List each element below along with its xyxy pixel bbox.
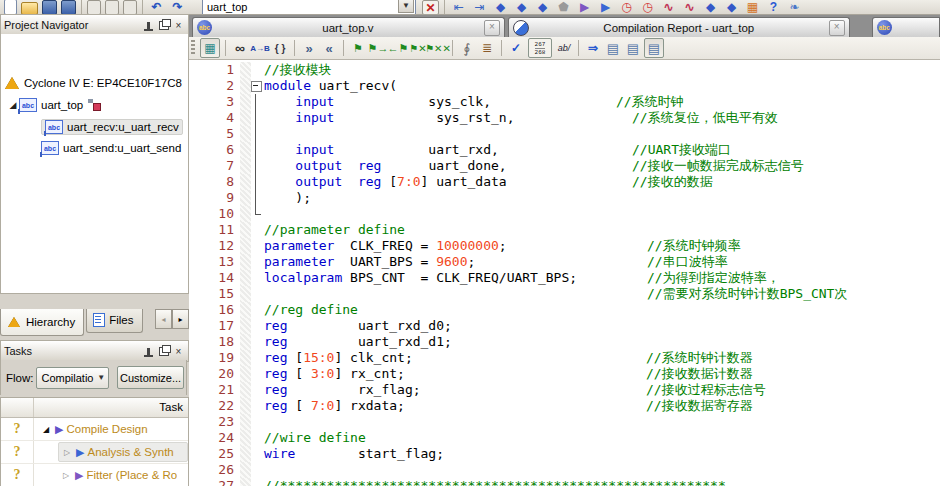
matching-delimiter-icon[interactable]: { } xyxy=(271,39,289,57)
code-line-22[interactable]: 22reg [ 7:0] rxdata;//接收数据寄存器 xyxy=(189,398,940,414)
pin-icon[interactable] xyxy=(142,345,155,358)
assignment-blue-icon[interactable]: ◆ xyxy=(513,0,530,15)
clear-all-bookmarks-icon[interactable]: ⚑✕✕ xyxy=(429,39,447,57)
timing-path2-icon[interactable]: ∿ xyxy=(681,0,698,15)
outdent-icon[interactable]: « xyxy=(320,39,338,57)
tree-item-uart_top[interactable]: ◢abcuart_top xyxy=(7,96,101,114)
project-combobox[interactable]: uart_top▼ xyxy=(202,0,416,15)
code-line-21[interactable]: 21reg rx_flag;//接收过程标志信号 xyxy=(189,382,940,398)
start-analysis-icon[interactable]: ▶ xyxy=(597,0,614,15)
code-line-11[interactable]: 11//parameter define xyxy=(189,222,940,238)
code-line-13[interactable]: 13parameter UART_BPS = 9600;//串口波特率 xyxy=(189,254,940,270)
code-line-18[interactable]: 18reg uart_rxd_d1; xyxy=(189,334,940,350)
copy-icon[interactable] xyxy=(105,0,119,15)
tree-item-uart_recv[interactable]: abcuart_recv:u_uart_recv xyxy=(41,118,183,136)
chat-bubble-icon[interactable]: ❧ xyxy=(786,0,803,15)
editor-tab-3[interactable]: abc xyxy=(872,17,940,37)
device-row[interactable]: Cyclone IV E: EP4CE10F17C8 xyxy=(5,74,182,92)
undo-icon[interactable]: ↶ xyxy=(148,0,165,15)
code-line-24[interactable]: 24//wire define xyxy=(189,430,940,446)
code-line-1[interactable]: 1//接收模块 xyxy=(189,62,940,78)
code-line-15[interactable]: 15//需要对系统时钟计数BPS_CNT次 xyxy=(189,286,940,302)
tabs-scroll-right-icon[interactable]: ▸ xyxy=(172,309,189,329)
analyze-current-file-icon[interactable]: ▦ xyxy=(200,38,220,58)
code-line-2[interactable]: 2module uart_recv( xyxy=(189,78,940,94)
stop-icon[interactable]: ⬟ xyxy=(555,0,572,15)
close-icon[interactable]: × xyxy=(172,345,185,358)
settings-blue-icon[interactable]: ◆ xyxy=(492,0,509,15)
code-line-6[interactable]: 6 input uart_rxd,//UART接收端口 xyxy=(189,142,940,158)
arrow-left-icon[interactable]: ⇤ xyxy=(450,0,467,15)
check-syntax-icon[interactable]: ✓ xyxy=(507,39,525,57)
editor-tab-1[interactable]: abcuart_top.v× xyxy=(192,17,505,37)
tab-hierarchy[interactable]: Hierarchy xyxy=(0,309,84,336)
code-line-20[interactable]: 20reg [ 3:0] rx_cnt;//接收数据计数器 xyxy=(189,366,940,382)
close-icon[interactable]: × xyxy=(829,20,845,36)
insert-file-icon[interactable]: ∮ xyxy=(458,39,476,57)
code-line-16[interactable]: 16//reg define xyxy=(189,302,940,318)
timequest-clock2-icon[interactable]: ◷ xyxy=(639,0,656,15)
toggle-bookmark-icon[interactable]: ⚑ xyxy=(349,39,367,57)
arrow-right-icon[interactable]: ⇥ xyxy=(471,0,488,15)
close-icon[interactable]: × xyxy=(484,20,500,36)
task-row-analysis-synth[interactable]: ?▷▶Analysis & Synth xyxy=(1,441,188,464)
flow-combobox[interactable]: Compilatio ▼ xyxy=(36,367,109,389)
format-c-icon[interactable]: ▤ xyxy=(644,38,664,58)
customize-button[interactable]: Customize... xyxy=(117,366,184,389)
code-line-19[interactable]: 19reg [15:0] clk_cnt;//系统时钟计数器 xyxy=(189,350,940,366)
code-line-27[interactable]: 27//************************************… xyxy=(189,478,940,486)
code-line-26[interactable]: 26 xyxy=(189,462,940,478)
previous-bookmark-icon[interactable]: ←⚑ xyxy=(389,39,407,57)
code-line-10[interactable]: 10 xyxy=(189,206,940,222)
replace-icon[interactable]: A→B xyxy=(251,39,269,57)
task-row-compile-design[interactable]: ?◢▶Compile Design xyxy=(1,418,188,441)
code-line-23[interactable]: 23 xyxy=(189,414,940,430)
fold-collapse-icon[interactable] xyxy=(251,81,262,92)
expand-arrow-icon[interactable]: ▷ xyxy=(60,471,72,480)
timing-path-icon[interactable]: ∿ xyxy=(660,0,677,15)
expand-arrow-icon[interactable]: ▷ xyxy=(61,448,73,457)
tree-item-uart_send[interactable]: abcuart_send:u_uart_send xyxy=(41,139,181,157)
code-line-9[interactable]: 9 ); xyxy=(189,190,940,206)
netlist-viewer2-icon[interactable]: ◆ xyxy=(723,0,740,15)
find-icon[interactable]: ∞ xyxy=(231,39,249,57)
code-line-25[interactable]: 25wire start_flag; xyxy=(189,446,940,462)
expand-arrow-icon[interactable]: ◢ xyxy=(40,425,52,434)
task-row-fitter-place-ro[interactable]: ?▷▶Fitter (Place & Ro xyxy=(1,464,188,486)
new-file-icon[interactable] xyxy=(4,0,17,15)
paste-icon[interactable] xyxy=(123,0,137,15)
tabs-scroll-left-icon[interactable]: ◂ xyxy=(155,309,172,329)
find-global-icon[interactable] xyxy=(87,0,101,15)
redo-icon[interactable]: ↷ xyxy=(169,0,186,15)
assignment-blue2-icon[interactable]: ◆ xyxy=(534,0,551,15)
programmer-icon[interactable]: ▦ xyxy=(744,0,761,15)
start-compilation-icon[interactable]: ▶ xyxy=(576,0,593,15)
indent-icon[interactable]: » xyxy=(300,39,318,57)
netlist-viewer-icon[interactable]: ◆ xyxy=(702,0,719,15)
code-editor[interactable]: 1//接收模块2module uart_recv(3 input sys_clk… xyxy=(189,60,940,486)
code-line-5[interactable]: 5 xyxy=(189,126,940,142)
comment-text-icon[interactable]: ab/ xyxy=(555,39,573,57)
line-count-icon[interactable]: 267268 xyxy=(528,38,552,58)
code-line-8[interactable]: 8 output reg [7:0] uart_data//接收的数据 xyxy=(189,174,940,190)
toolbar-grip[interactable] xyxy=(191,40,195,56)
pin-icon[interactable] xyxy=(142,19,155,32)
editor-tab-2[interactable]: Compilation Report - uart_top× xyxy=(508,17,850,37)
code-line-7[interactable]: 7 output reg uart_done,//接收一帧数据完成标志信号 xyxy=(189,158,940,174)
tab-files[interactable]: Files xyxy=(86,309,142,333)
close-icon[interactable]: × xyxy=(172,19,185,32)
red-x-icon[interactable]: ✕ xyxy=(422,0,439,15)
insert-template-icon[interactable]: ≣ xyxy=(478,39,496,57)
format-a-icon[interactable]: ▤ xyxy=(604,39,622,57)
help-icon[interactable]: ? xyxy=(765,0,782,15)
float-icon[interactable] xyxy=(157,19,170,32)
code-line-4[interactable]: 4 input sys_rst_n,//系统复位，低电平有效 xyxy=(189,110,940,126)
code-line-12[interactable]: 12parameter CLK_FREQ = 10000000;//系统时钟频率 xyxy=(189,238,940,254)
format-b-icon[interactable]: ▤ xyxy=(624,39,642,57)
code-line-14[interactable]: 14localparam BPS_CNT = CLK_FREQ/UART_BPS… xyxy=(189,270,940,286)
code-line-3[interactable]: 3 input sys_clk,//系统时钟 xyxy=(189,94,940,110)
save-icon[interactable] xyxy=(42,0,57,15)
goto-transition-icon[interactable]: ⇒ xyxy=(584,39,602,57)
timequest-clock-icon[interactable]: ◷ xyxy=(618,0,635,15)
float-icon[interactable] xyxy=(157,345,170,358)
